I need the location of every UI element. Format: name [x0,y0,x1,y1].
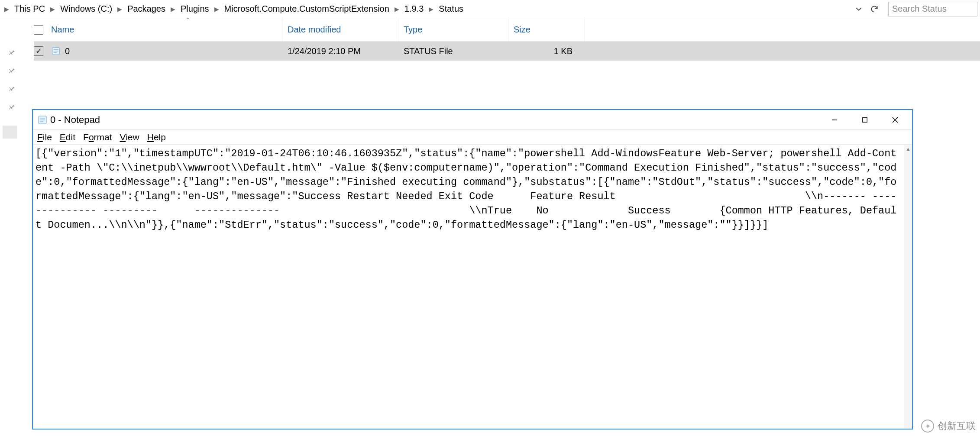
notepad-icon [37,115,48,125]
address-actions [849,0,884,18]
address-bar: ▶ This PC ▶ Windows (C:) ▶ Packages ▶ Pl… [0,0,980,18]
chevron-right-icon[interactable]: ▶ [168,0,178,18]
menubar: File Edit Format View Help [33,130,912,145]
chevron-right-icon[interactable]: ▶ [212,0,222,18]
pin-icon[interactable] [0,80,23,98]
cell-type: STATUS File [398,46,508,56]
window-title: 0 - Notepad [48,114,819,126]
cell-size: 1 KB [508,46,585,56]
column-header-type[interactable]: Type [398,18,508,41]
breadcrumb-item[interactable]: Plugins [178,0,212,18]
watermark: ✦ 创新互联 [921,420,976,433]
column-label: Name [51,25,74,35]
cell-date: 1/24/2019 2:10 PM [282,46,398,56]
column-header-size[interactable]: Size [508,18,585,41]
close-button[interactable] [880,112,910,128]
vertical-scrollbar[interactable]: ▲ [904,145,912,429]
row-checkbox[interactable] [34,46,43,56]
pin-icon[interactable] [0,43,23,61]
search-box[interactable] [888,2,977,16]
menu-edit[interactable]: Edit [60,132,75,142]
breadcrumb-item[interactable]: Packages [125,0,168,18]
breadcrumb-item[interactable]: Microsoft.Compute.CustomScriptExtension [222,0,392,18]
chevron-right-icon[interactable]: ▶ [48,0,58,18]
menu-file[interactable]: File [37,132,52,142]
chevron-right-icon[interactable]: ▶ [2,0,12,18]
watermark-text: 创新互联 [938,420,976,433]
sort-indicator-icon: ⌃ [185,16,191,23]
menu-help[interactable]: Help [147,132,166,142]
refresh-icon[interactable] [869,4,880,14]
breadcrumb: ▶ This PC ▶ Windows (C:) ▶ Packages ▶ Pl… [0,0,849,18]
column-header-date[interactable]: Date modified [282,18,398,41]
maximize-button[interactable] [850,112,880,128]
pin-icon[interactable] [0,98,23,116]
pin-icon[interactable] [0,61,23,80]
file-row[interactable]: 0 1/24/2019 2:10 PM STATUS File 1 KB [34,42,980,61]
menu-view[interactable]: View [120,132,139,142]
notepad-window: 0 - Notepad File Edit Format View Help ▲ [32,109,913,430]
breadcrumb-item[interactable]: Windows (C:) [58,0,115,18]
breadcrumb-item[interactable]: 1.9.3 [402,0,426,18]
editor-area: ▲ [33,145,912,429]
status-file-icon [51,46,61,56]
cell-name: 0 [34,46,282,56]
history-dropdown-icon[interactable] [854,4,864,14]
scroll-up-icon[interactable]: ▲ [904,145,912,153]
watermark-icon: ✦ [921,420,934,433]
file-name: 0 [65,46,70,56]
select-all-checkbox[interactable] [34,25,43,35]
menu-format[interactable]: Format [83,132,112,142]
chevron-right-icon[interactable]: ▶ [392,0,402,18]
minimize-button[interactable] [819,112,850,128]
column-header-name[interactable]: Name [34,18,282,41]
column-headers: ⌃ Name Date modified Type Size [34,18,980,42]
quick-access-rail [0,18,23,436]
nav-item-placeholder[interactable] [3,126,17,139]
svg-rect-9 [863,117,867,122]
chevron-right-icon[interactable]: ▶ [115,0,125,18]
search-input[interactable] [892,4,974,14]
breadcrumb-item[interactable]: This PC [12,0,48,18]
chevron-right-icon[interactable]: ▶ [426,0,436,18]
text-content[interactable] [34,145,904,429]
titlebar[interactable]: 0 - Notepad [33,110,912,130]
breadcrumb-item[interactable]: Status [436,0,466,18]
